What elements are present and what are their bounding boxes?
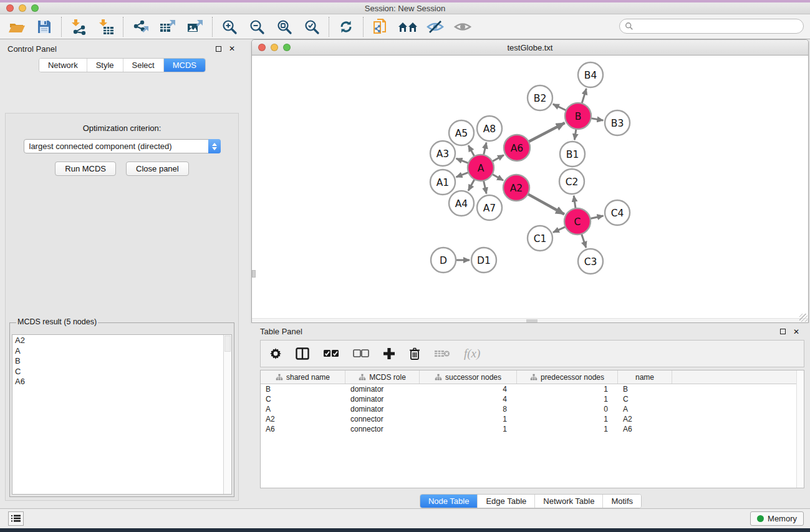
graph-edge-A-A6[interactable] xyxy=(492,155,504,162)
graph-edge-A-A5[interactable] xyxy=(468,145,475,157)
task-history-button[interactable] xyxy=(8,511,24,526)
clone-network-icon xyxy=(372,18,389,36)
tree-icon xyxy=(435,374,442,381)
graph-edge-B-B3[interactable] xyxy=(591,118,604,120)
save-session-button[interactable] xyxy=(34,17,55,37)
import-network-button[interactable] xyxy=(68,17,89,37)
save-floppy-icon xyxy=(37,19,52,34)
import-table-button[interactable] xyxy=(95,17,117,37)
zoom-selected-button[interactable] xyxy=(301,17,322,37)
export-network-button[interactable] xyxy=(130,17,151,37)
column-icon xyxy=(296,347,309,360)
search-input[interactable] xyxy=(634,22,803,31)
network-horizontal-scrollbar[interactable] xyxy=(252,318,808,322)
table-row[interactable]: A2 connector 1 1 A2 xyxy=(261,414,804,424)
list-item[interactable]: A6 xyxy=(15,377,221,387)
tab-motifs[interactable]: Motifs xyxy=(603,495,641,508)
network-graph[interactable]: B4B2BB3A8A5A6B1A3AC2A1A2A4A7C4CC1C3DD1 xyxy=(252,56,808,322)
show-all-button[interactable] xyxy=(452,17,473,37)
tab-network[interactable]: Network xyxy=(39,59,87,72)
float-panel-icon[interactable] xyxy=(213,44,223,54)
hide-selected-button[interactable] xyxy=(425,17,446,37)
delete-column-button[interactable] xyxy=(409,345,420,362)
show-column-button[interactable] xyxy=(296,345,309,362)
open-file-button[interactable] xyxy=(6,17,27,37)
tab-node-table[interactable]: Node Table xyxy=(420,495,478,508)
zoom-fit-button[interactable] xyxy=(274,17,295,37)
deselect-all-rows-button[interactable] xyxy=(353,345,369,362)
refresh-button[interactable] xyxy=(335,17,357,37)
table-scrollbar[interactable] xyxy=(796,370,804,488)
select-all-rows-button[interactable] xyxy=(323,345,339,362)
criterion-dropdown[interactable]: largest connected component (directed) xyxy=(24,139,221,153)
network-titlebar[interactable]: testGlobe.txt xyxy=(252,40,808,56)
graph-edge-A-A7[interactable] xyxy=(483,181,486,194)
delete-table-icon xyxy=(434,349,450,359)
graph-node-label-A3: A3 xyxy=(436,148,449,160)
column-header-predecessor-nodes[interactable]: predecessor nodes xyxy=(517,370,618,384)
column-header-shared-name[interactable]: shared name xyxy=(261,370,345,384)
graph-node-label-D: D xyxy=(440,255,447,266)
graph-node-label-B1: B1 xyxy=(566,149,579,160)
close-table-panel-icon[interactable]: ✕ xyxy=(791,327,801,337)
graph-edge-A-A1[interactable] xyxy=(456,172,469,177)
network-canvas[interactable]: B4B2BB3A8A5A6B1A3AC2A1A2A4A7C4CC1C3DD1 xyxy=(252,56,808,322)
graph-edge-A6-B[interactable] xyxy=(529,123,565,142)
graph-node-label-A7: A7 xyxy=(483,203,496,214)
table-row[interactable]: A dominator 8 0 A xyxy=(261,404,804,414)
tab-network-table[interactable]: Network Table xyxy=(535,495,603,508)
float-table-panel-icon[interactable] xyxy=(778,327,788,337)
export-image-button[interactable] xyxy=(185,17,206,37)
memory-button[interactable]: Memory xyxy=(750,511,804,526)
mcds-result-list[interactable]: A2 A B C A6 xyxy=(12,334,232,495)
list-item[interactable]: C xyxy=(15,367,221,377)
delete-table-button[interactable] xyxy=(434,345,450,362)
close-panel-button[interactable]: Close panel xyxy=(126,162,189,176)
export-image-icon xyxy=(186,19,204,35)
graph-edge-A-A4[interactable] xyxy=(468,179,475,190)
window-resize-grip[interactable] xyxy=(799,314,808,322)
graph-edge-B-B4[interactable] xyxy=(582,89,586,104)
graph-edge-C-C4[interactable] xyxy=(591,216,604,219)
graph-edge-A2-C[interactable] xyxy=(528,194,564,214)
graph-edge-B-B2[interactable] xyxy=(553,104,566,110)
clone-network-button[interactable] xyxy=(370,17,391,37)
column-header-successor-nodes[interactable]: successor nodes xyxy=(420,370,517,384)
table-settings-button[interactable] xyxy=(269,345,282,362)
network-vertical-scrollbar[interactable] xyxy=(252,270,256,278)
first-neighbors-button[interactable] xyxy=(397,17,418,37)
list-item[interactable]: A2 xyxy=(15,336,221,346)
tab-select[interactable]: Select xyxy=(123,59,164,72)
tab-style[interactable]: Style xyxy=(87,59,123,72)
close-panel-icon[interactable]: ✕ xyxy=(227,44,237,54)
tab-edge-table[interactable]: Edge Table xyxy=(478,495,535,508)
zoom-out-button[interactable] xyxy=(246,17,268,37)
search-field[interactable] xyxy=(619,19,804,34)
list-item[interactable]: B xyxy=(15,356,221,367)
table-row[interactable]: A6 connector 1 1 A6 xyxy=(261,424,804,434)
export-table-button[interactable] xyxy=(157,17,178,37)
tab-mcds[interactable]: MCDS xyxy=(164,59,205,72)
run-mcds-button[interactable]: Run MCDS xyxy=(55,162,116,176)
table-row[interactable]: B dominator 4 1 B xyxy=(261,384,804,394)
zoom-in-button[interactable] xyxy=(219,17,240,37)
graph-edge-A-A2[interactable] xyxy=(492,174,503,180)
dropdown-stepper-icon xyxy=(208,139,221,153)
export-network-icon xyxy=(132,19,149,35)
network-title: testGlobe.txt xyxy=(252,43,808,52)
graph-edge-C-C3[interactable] xyxy=(582,234,586,248)
table-row[interactable]: C dominator 4 1 C xyxy=(261,394,804,404)
graph-node-label-C4: C4 xyxy=(611,208,624,219)
list-scrollbar[interactable] xyxy=(223,335,231,494)
add-column-button[interactable] xyxy=(383,345,395,362)
eye-slash-icon xyxy=(426,19,445,34)
list-item[interactable]: A xyxy=(15,346,221,357)
graph-edge-A-A8[interactable] xyxy=(484,142,486,155)
graph-edge-A-A3[interactable] xyxy=(456,158,469,163)
column-header-mcds-role[interactable]: MCDS role xyxy=(345,370,420,384)
graph-edge-C-C2[interactable] xyxy=(574,196,576,208)
graph-edge-B-B1[interactable] xyxy=(574,129,576,140)
column-header-name[interactable]: name xyxy=(618,370,672,384)
function-builder-button[interactable]: f(x) xyxy=(464,345,480,362)
graph-edge-C-C1[interactable] xyxy=(553,227,566,233)
